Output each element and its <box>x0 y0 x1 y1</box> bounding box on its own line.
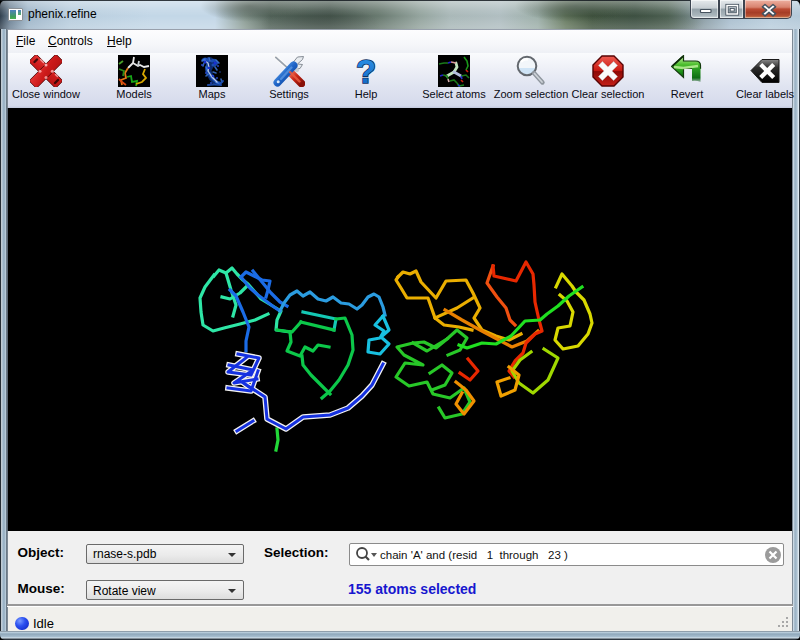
svg-text:?: ? <box>356 55 376 87</box>
